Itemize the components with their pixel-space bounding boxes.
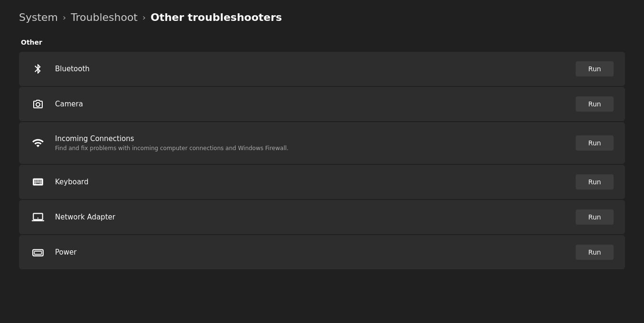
camera-title: Camera [55, 100, 83, 108]
power-run-button[interactable]: Run [576, 245, 614, 260]
keyboard-run-button[interactable]: Run [576, 174, 614, 190]
network-adapter-title: Network Adapter [55, 213, 115, 221]
camera-icon [30, 96, 46, 112]
breadcrumb: System › Troubleshoot › Other troublesho… [19, 11, 625, 23]
bluetooth-icon [30, 61, 46, 76]
breadcrumb-sep-1: › [63, 12, 66, 22]
bluetooth-text: Bluetooth [55, 65, 90, 73]
incoming-connections-icon [30, 135, 46, 151]
breadcrumb-sep-2: › [142, 12, 146, 22]
keyboard-title: Keyboard [55, 178, 89, 186]
power-left: Power [30, 245, 76, 260]
network-adapter-run-button[interactable]: Run [576, 209, 614, 225]
bluetooth-left: Bluetooth [30, 61, 90, 76]
power-icon [30, 245, 46, 260]
troubleshooter-camera: Camera Run [19, 87, 625, 121]
breadcrumb-system[interactable]: System [19, 11, 58, 23]
troubleshooter-bluetooth: Bluetooth Run [19, 52, 625, 86]
camera-text: Camera [55, 100, 83, 108]
breadcrumb-troubleshoot[interactable]: Troubleshoot [71, 11, 138, 23]
troubleshooter-incoming-connections: Incoming Connections Find and fix proble… [19, 122, 625, 164]
section-label: Other [19, 38, 625, 46]
bluetooth-title: Bluetooth [55, 65, 90, 73]
keyboard-left: Keyboard [30, 174, 89, 190]
incoming-connections-title: Incoming Connections [55, 134, 289, 143]
breadcrumb-current: Other troubleshooters [150, 11, 282, 23]
camera-run-button[interactable]: Run [576, 96, 614, 112]
keyboard-text: Keyboard [55, 178, 89, 186]
troubleshooter-network-adapter: Network Adapter Run [19, 200, 625, 234]
incoming-connections-run-button[interactable]: Run [576, 135, 614, 151]
bluetooth-run-button[interactable]: Run [576, 61, 614, 76]
power-title: Power [55, 248, 76, 256]
troubleshooter-keyboard: Keyboard Run [19, 165, 625, 199]
network-adapter-left: Network Adapter [30, 209, 115, 225]
troubleshooter-power: Power Run [19, 235, 625, 269]
troubleshooter-list: Bluetooth Run Camera Run [19, 52, 625, 269]
camera-left: Camera [30, 96, 83, 112]
incoming-connections-left: Incoming Connections Find and fix proble… [30, 134, 289, 152]
power-text: Power [55, 248, 76, 256]
network-adapter-icon [30, 209, 46, 225]
keyboard-icon [30, 174, 46, 190]
incoming-connections-text: Incoming Connections Find and fix proble… [55, 134, 289, 152]
svg-rect-1 [34, 251, 41, 255]
network-adapter-text: Network Adapter [55, 213, 115, 221]
incoming-connections-subtitle: Find and fix problems with incoming comp… [55, 145, 289, 152]
